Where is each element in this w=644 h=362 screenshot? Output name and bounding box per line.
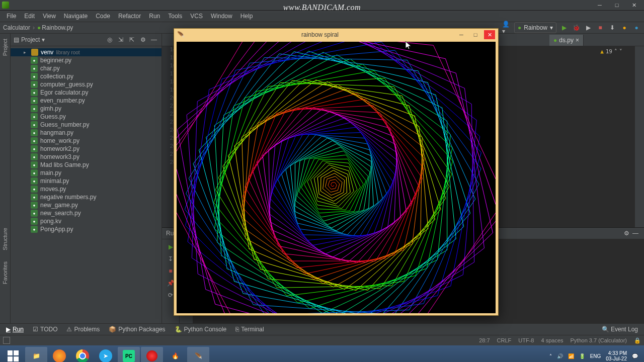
toolwindow-todo[interactable]: ☑TODO: [29, 325, 61, 334]
status-enc[interactable]: UTF-8: [518, 337, 534, 343]
user-icon[interactable]: 👤▾: [502, 23, 511, 32]
project-tree[interactable]: ▸venv library root●beginner.py●char.py●c…: [11, 46, 162, 323]
target-icon[interactable]: ◎: [105, 35, 114, 44]
coverage-button[interactable]: ▶: [584, 23, 593, 32]
gear-icon[interactable]: ⚙: [622, 229, 631, 238]
tray-volume-icon[interactable]: 🔊: [557, 353, 563, 359]
editor-tab-ds[interactable]: ● ds.py ×: [549, 35, 584, 46]
taskbar-flame[interactable]: 🔥: [164, 347, 186, 362]
tree-file[interactable]: ●even_number.py: [11, 97, 162, 105]
tree-file[interactable]: ●minimal.py: [11, 177, 162, 185]
tree-file[interactable]: ●Guess_number.py: [11, 121, 162, 129]
tree-file[interactable]: ●gimh.py: [11, 105, 162, 113]
turtle-window[interactable]: 🪶 rainbow spiral ─ □ ✕: [174, 28, 499, 316]
menu-file[interactable]: File: [3, 11, 20, 21]
run-button[interactable]: ▶: [559, 23, 569, 32]
status-eol[interactable]: CRLF: [497, 337, 512, 343]
tray-network-icon[interactable]: 📶: [568, 353, 574, 359]
system-tray[interactable]: ˄ 🔊 📶 🔋 ENG 4:33 PM 03-Jul-22 💬: [549, 350, 642, 362]
editor-marker-strip[interactable]: [634, 46, 644, 227]
status-indent[interactable]: 4 spaces: [541, 337, 563, 343]
ide-minimize-button[interactable]: ─: [592, 1, 608, 9]
tray-notifications-icon[interactable]: 💬: [632, 353, 638, 359]
tree-file[interactable]: ●char.py: [11, 64, 162, 72]
taskbar-pycharm[interactable]: PC: [118, 347, 140, 362]
toolwindow-python-console[interactable]: 🐍Python Console: [171, 325, 231, 334]
taskbar-bandicam[interactable]: [141, 347, 163, 362]
turtle-titlebar[interactable]: 🪶 rainbow spiral ─ □ ✕: [174, 29, 498, 41]
tree-file[interactable]: ●Mad libs Game.py: [11, 161, 162, 169]
tree-file[interactable]: ●new_search.py: [11, 209, 162, 217]
tree-file[interactable]: ●Guess.py: [11, 113, 162, 121]
left-tab-project[interactable]: Project: [1, 36, 9, 59]
menu-run[interactable]: Run: [145, 11, 164, 21]
status-indicator[interactable]: [3, 337, 10, 344]
toolwindow-run[interactable]: ▶Run: [2, 325, 28, 334]
hide-icon[interactable]: —: [149, 35, 158, 44]
stop-button[interactable]: ■: [596, 23, 605, 32]
expand-icon[interactable]: ⇱: [127, 35, 136, 44]
tree-file[interactable]: ●pong.kv: [11, 217, 162, 225]
tree-file[interactable]: ●homework2.py: [11, 145, 162, 153]
menu-navigate[interactable]: Navigate: [60, 11, 91, 21]
vcs-button[interactable]: ⬇: [608, 23, 617, 32]
menu-tools[interactable]: Tools: [165, 11, 186, 21]
tree-file[interactable]: ●moves.py: [11, 185, 162, 193]
gear-icon[interactable]: ⚙: [138, 35, 147, 44]
menu-refactor[interactable]: Refactor: [115, 11, 144, 21]
menu-code[interactable]: Code: [92, 11, 114, 21]
turtle-maximize-button[interactable]: □: [470, 30, 481, 39]
menu-window[interactable]: Window: [207, 11, 236, 21]
left-tab-favorites[interactable]: Favorites: [1, 258, 9, 287]
tree-file[interactable]: ●collection.py: [11, 72, 162, 80]
tree-file[interactable]: ●Egor calculator.py: [11, 88, 162, 97]
tree-file[interactable]: ●home_work.py: [11, 137, 162, 145]
tray-lang[interactable]: ENG: [590, 353, 601, 359]
project-panel-title[interactable]: ▤ Project ▾: [14, 36, 45, 43]
tray-clock[interactable]: 4:33 PM 03-Jul-22: [606, 350, 627, 362]
tree-file[interactable]: ●homework3.py: [11, 153, 162, 161]
debug-button[interactable]: 🐞: [572, 23, 581, 32]
toolwindow-terminal[interactable]: ⎘Terminal: [231, 325, 268, 334]
collapse-icon[interactable]: ⇲: [116, 35, 125, 44]
left-tab-structure[interactable]: Structure: [1, 225, 9, 253]
tree-file[interactable]: ●computer_guess.py: [11, 80, 162, 88]
tree-file[interactable]: ●new_game.py: [11, 201, 162, 209]
taskbar-telegram[interactable]: ➤: [95, 347, 117, 362]
menu-help[interactable]: Help: [237, 11, 257, 21]
tree-venv[interactable]: ▸venv library root: [11, 48, 162, 56]
lock-icon[interactable]: 🔒: [634, 337, 641, 344]
breadcrumb-project[interactable]: Calculator: [3, 24, 30, 31]
run-config-selector[interactable]: ● Rainbow ▾: [514, 22, 556, 33]
ide-help-icon[interactable]: ●: [620, 23, 629, 32]
taskbar-turtle[interactable]: 🪶: [187, 347, 209, 362]
event-log-button[interactable]: 🔍 Event Log: [598, 325, 642, 334]
menu-vcs[interactable]: VCS: [187, 11, 206, 21]
toolwindow-problems[interactable]: ⚠Problems: [62, 325, 104, 334]
search-everywhere-icon[interactable]: ●: [632, 23, 641, 32]
start-button[interactable]: [2, 347, 24, 362]
toolwindow-python-packages[interactable]: 📦Python Packages: [105, 325, 169, 334]
hide-icon[interactable]: —: [631, 229, 640, 238]
tray-chevron-icon[interactable]: ˄: [549, 353, 552, 359]
turtle-minimize-button[interactable]: ─: [456, 30, 467, 39]
menu-view[interactable]: View: [39, 11, 59, 21]
taskbar-chrome[interactable]: [71, 347, 94, 362]
tree-file[interactable]: ●beginner.py: [11, 56, 162, 64]
ide-close-button[interactable]: ✕: [626, 1, 642, 9]
inspections-widget[interactable]: ▲ 19 ˄ ˅: [600, 48, 622, 55]
ide-maximize-button[interactable]: □: [609, 1, 625, 9]
status-interp[interactable]: Python 3.7 (Calculator): [571, 337, 627, 343]
chevron-up-icon[interactable]: ˄: [614, 48, 617, 55]
tree-file[interactable]: ●main.py: [11, 169, 162, 177]
tree-file[interactable]: ●negative numbers.py: [11, 193, 162, 201]
tray-battery-icon[interactable]: 🔋: [579, 353, 585, 359]
tree-file[interactable]: ●hangman.py: [11, 129, 162, 137]
tree-file[interactable]: ●PongApp.py: [11, 225, 162, 233]
taskbar-firefox[interactable]: [48, 347, 70, 362]
status-pos[interactable]: 28:7: [479, 337, 490, 343]
chevron-down-icon[interactable]: ˅: [619, 48, 622, 55]
breadcrumb-file[interactable]: Rainbow.py: [42, 24, 73, 31]
close-icon[interactable]: ×: [576, 37, 579, 44]
menu-edit[interactable]: Edit: [21, 11, 38, 21]
